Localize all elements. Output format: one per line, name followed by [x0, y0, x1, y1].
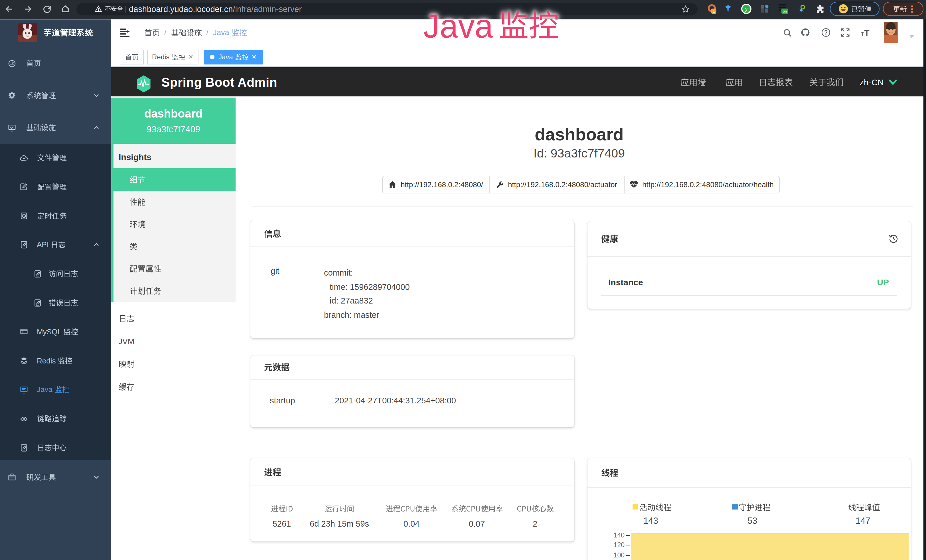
svg-text:1: 1: [713, 9, 715, 14]
svg-text:y: y: [745, 6, 747, 12]
svg-text:on: on: [783, 9, 787, 14]
